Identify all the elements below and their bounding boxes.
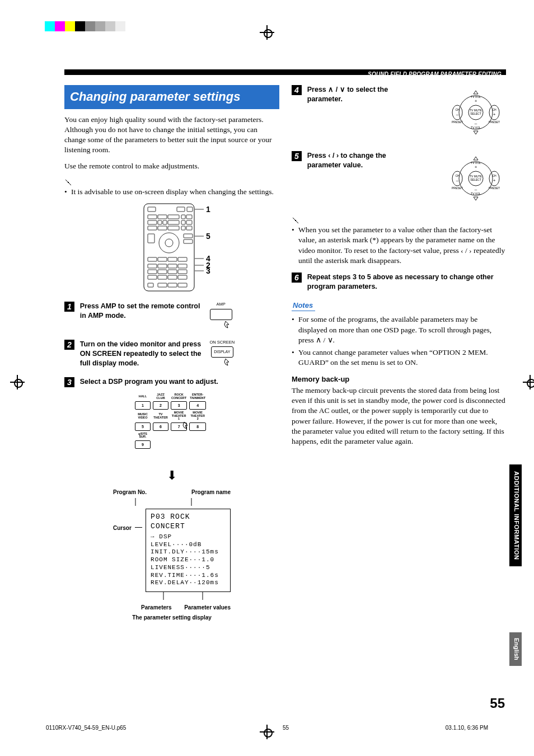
svg-text:–: – (456, 112, 459, 117)
dsp-buttons: HALLJAZZ CLUBROCK CONCERTENTER-TAINMENT … (133, 392, 211, 463)
svg-rect-39 (168, 275, 177, 279)
svg-text:PRESET: PRESET (452, 120, 463, 124)
osd-display: Program No. Program name Cursor P03 ROCK… (113, 489, 231, 622)
svg-rect-14 (186, 220, 192, 224)
notes-heading: Notes (292, 300, 315, 312)
svg-rect-37 (148, 275, 157, 279)
svg-rect-7 (181, 215, 185, 219)
svg-rect-2 (177, 207, 185, 212)
page: SOUND FIELD PROGRAM PARAMETER EDITING Ch… (0, 0, 534, 756)
svg-rect-1 (148, 207, 156, 212)
svg-text:PRESET: PRESET (489, 120, 500, 124)
svg-rect-23 (184, 234, 193, 238)
svg-rect-44 (178, 283, 187, 287)
footer: 0110RX-V740_54-59_EN-U.p65 55 03.1.10, 6… (46, 724, 488, 732)
svg-rect-11 (163, 220, 167, 224)
nav-pad-5: TV VOLTV VOL CHCH –+ TV MUTESELECT PRESE… (445, 153, 507, 204)
memory-backup-heading: Memory back-up (292, 374, 507, 384)
nav-pad-4: TV VOLTV VOL CHCH –+ TV MUTESELECT PRESE… (445, 87, 507, 138)
svg-text:PRESET: PRESET (489, 186, 500, 190)
page-title: Changing parameter settings (64, 85, 279, 109)
svg-rect-0 (144, 204, 194, 291)
svg-rect-30 (158, 264, 167, 268)
side-tab-language: English (509, 632, 522, 666)
svg-rect-32 (178, 264, 187, 268)
svg-rect-9 (148, 220, 157, 224)
svg-rect-27 (168, 257, 177, 261)
tip-icon-2 (292, 217, 299, 224)
tip-icon (64, 179, 72, 186)
amp-button-diagram: AMP (210, 302, 232, 332)
crosshair-right (523, 375, 534, 389)
callout-5: 5 (206, 232, 210, 241)
svg-rect-8 (186, 215, 192, 219)
svg-point-22 (165, 239, 173, 247)
step-5: 5 Press ‹ / › to change the parameter va… (292, 151, 507, 210)
memory-backup-body: The memory back-up circuit prevents the … (292, 386, 507, 447)
svg-rect-17 (168, 226, 179, 230)
step-2: 2 Turn on the video monitor and press ON… (64, 340, 279, 370)
crosshair-top (260, 25, 274, 40)
svg-rect-43 (168, 283, 177, 287)
svg-rect-10 (158, 220, 162, 224)
tip-1: It is advisable to use on-screen display… (64, 187, 279, 197)
right-column: 4 Press ∧ / ∨ to select the parameter. T… (292, 85, 507, 623)
svg-rect-5 (158, 215, 167, 219)
svg-text:–: – (456, 178, 459, 183)
step-3: 3 Select a DSP program you want to adjus… (64, 377, 279, 387)
svg-rect-36 (178, 270, 187, 274)
svg-rect-34 (158, 270, 167, 274)
svg-rect-13 (181, 220, 185, 224)
svg-rect-38 (158, 275, 167, 279)
svg-rect-25 (148, 257, 157, 261)
use-remote-text: Use the remote control to make adjustmen… (64, 161, 279, 171)
svg-text:CH: CH (492, 174, 496, 177)
svg-rect-40 (178, 275, 187, 279)
svg-rect-24 (184, 240, 193, 243)
svg-text:+: + (493, 112, 496, 117)
svg-text:SELECT: SELECT (470, 178, 481, 181)
svg-rect-35 (168, 270, 177, 274)
registration-marks-right (45, 21, 506, 31)
svg-text:+: + (493, 178, 496, 183)
crosshair-left (10, 375, 25, 389)
svg-text:CH: CH (455, 108, 460, 111)
svg-rect-12 (168, 220, 179, 224)
svg-rect-41 (148, 283, 153, 287)
step-1: 1 Press AMP to set the remote control in… (64, 302, 279, 332)
svg-text:+: + (475, 165, 477, 170)
svg-text:PRESET: PRESET (452, 186, 463, 190)
svg-rect-31 (168, 264, 177, 268)
svg-rect-26 (158, 257, 167, 261)
remote-illustration: 1 5 4 2 3 (141, 203, 203, 295)
intro-text: You can enjoy high quality sound with th… (64, 115, 279, 156)
svg-rect-42 (158, 283, 167, 287)
svg-rect-28 (178, 257, 187, 261)
callout-1: 1 (206, 205, 210, 214)
svg-text:–: – (475, 121, 477, 126)
svg-text:CH: CH (492, 108, 496, 111)
left-column: Changing parameter settings You can enjo… (64, 85, 279, 623)
callout-3: 3 (206, 266, 210, 275)
note-1: For some of the programs, the available … (292, 314, 507, 345)
footer-page: 55 (283, 724, 289, 732)
footer-timestamp: 03.1.10, 6:36 PM (446, 724, 488, 732)
svg-text:CH: CH (455, 174, 460, 177)
footer-filename: 0110RX-V740_54-59_EN-U.p65 (46, 724, 126, 732)
svg-rect-33 (148, 270, 157, 274)
onscreen-button-diagram: ON SCREEN DISPLAY (210, 340, 235, 370)
svg-rect-19 (186, 226, 192, 230)
tip-2: When you set the parameter to a value ot… (292, 225, 507, 266)
down-arrow-icon: ⬇ (64, 467, 279, 484)
svg-text:TV VOL: TV VOL (471, 192, 481, 195)
cursor-label: Cursor (113, 509, 132, 532)
svg-rect-20 (148, 234, 154, 243)
page-number: 55 (490, 694, 505, 712)
side-tab-section: ADDITIONAL INFORMATION (509, 464, 522, 566)
svg-rect-29 (148, 264, 157, 268)
section-header: SOUND FIELD PROGRAM PARAMETER EDITING (368, 71, 502, 78)
svg-text:+: + (475, 98, 477, 104)
svg-text:SELECT: SELECT (470, 112, 481, 115)
svg-rect-16 (158, 226, 167, 230)
svg-rect-6 (168, 215, 179, 219)
